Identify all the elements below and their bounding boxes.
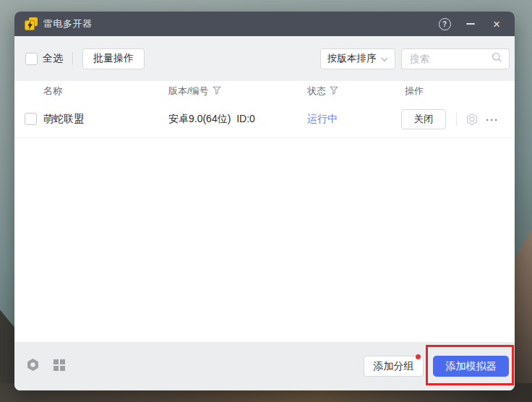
search-box <box>401 48 510 69</box>
app-logo-icon <box>25 17 38 30</box>
notification-dot <box>416 354 421 359</box>
select-all-checkbox[interactable] <box>25 53 38 65</box>
search-icon <box>492 52 502 66</box>
grid-view-icon[interactable] <box>53 359 66 375</box>
column-header-name: 名称 <box>43 81 62 101</box>
column-header-status: 状态 <box>307 81 338 101</box>
window-title: 雷电多开器 <box>43 17 93 30</box>
batch-operation-button[interactable]: 批量操作 <box>82 48 145 69</box>
app-window: 雷电多开器 ? × 全选 批量操作 按版本排序 <box>14 12 515 390</box>
settings-gear-icon[interactable] <box>466 113 479 126</box>
select-all-label: 全选 <box>43 52 63 65</box>
screen: 雷电多开器 ? × 全选 批量操作 按版本排序 <box>0 0 532 402</box>
close-button[interactable]: × <box>489 16 505 32</box>
minimize-button[interactable] <box>463 16 479 32</box>
table-header: 名称 版本/编号 状态 操作 <box>14 81 515 102</box>
table-row[interactable]: 萌蛇联盟 安卓9.0(64位) ID:0 运行中 关闭 ··· <box>14 101 515 138</box>
titlebar[interactable]: 雷电多开器 ? × <box>14 12 515 36</box>
emulator-name: 萌蛇联盟 <box>43 101 84 137</box>
row-action-divider <box>456 113 457 126</box>
emulator-version: 安卓9.0(64位) ID:0 <box>168 101 255 137</box>
sort-dropdown-value: 按版本排序 <box>327 52 377 65</box>
add-group-button[interactable]: 添加分组 <box>364 356 424 377</box>
sort-dropdown[interactable]: 按版本排序 <box>320 48 395 69</box>
toolbar: 全选 批量操作 按版本排序 <box>14 36 515 81</box>
footer-bar: 添加分组 添加模拟器 <box>14 342 515 390</box>
close-icon: × <box>493 18 500 30</box>
help-icon: ? <box>439 18 451 30</box>
status-badge: 运行中 <box>307 101 338 137</box>
chevron-down-icon <box>381 54 388 64</box>
search-input[interactable] <box>408 53 492 65</box>
row-checkbox[interactable] <box>25 113 37 125</box>
filter-icon[interactable] <box>330 86 338 97</box>
column-header-action: 操作 <box>405 81 424 101</box>
help-button[interactable]: ? <box>437 16 452 32</box>
column-header-version: 版本/编号 <box>168 81 221 101</box>
more-options-icon[interactable]: ··· <box>483 101 502 137</box>
global-settings-gear-icon[interactable] <box>26 358 40 375</box>
filter-icon[interactable] <box>213 86 221 97</box>
lightning-icon <box>25 20 35 30</box>
minimize-icon <box>466 23 475 25</box>
toolbar-divider <box>72 52 73 65</box>
add-emulator-button[interactable]: 添加模拟器 <box>433 356 509 377</box>
close-emulator-button[interactable]: 关闭 <box>401 109 446 129</box>
